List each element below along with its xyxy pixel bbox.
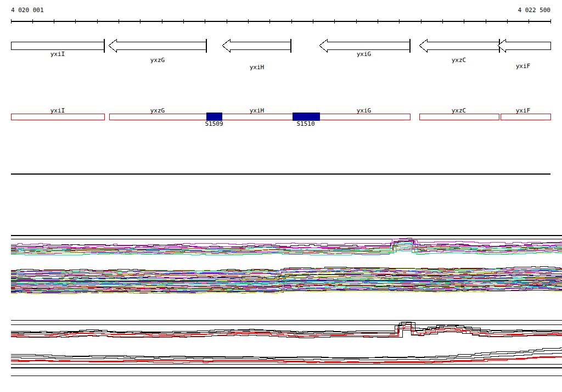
gene-label-yxzC: yxzC — [452, 57, 467, 63]
gene-label-yxiF: yxiF — [516, 63, 531, 69]
annotation-label-yxiF: yxiF — [516, 108, 531, 114]
track-boundary-bottom — [11, 365, 562, 376]
gene-box-0[interactable] — [11, 114, 104, 120]
segment-box-S1510[interactable] — [293, 113, 319, 121]
band-upper-sparse — [11, 238, 562, 255]
expression-line — [11, 348, 562, 357]
band-black-red-upper — [11, 322, 562, 338]
annotation-label-yxiI: yxiI — [50, 108, 65, 114]
genome-browser-canvas — [0, 0, 562, 392]
band-main-dense — [11, 267, 562, 294]
segment-box-S1509[interactable] — [206, 113, 222, 121]
gene-arrow-yxzG[interactable] — [109, 40, 206, 52]
gene-arrow-yxiF[interactable] — [498, 40, 550, 52]
expression-line — [11, 322, 562, 332]
segment-label-S1509: S1509 — [205, 121, 223, 127]
gene-label-yxiG: yxiG — [357, 51, 372, 57]
gene-box-1[interactable] — [109, 114, 410, 120]
annotation-label-yxzC: yxzC — [452, 108, 467, 114]
expression-line — [11, 353, 562, 360]
expression-line — [11, 324, 562, 334]
gene-box-2[interactable] — [419, 114, 499, 120]
band-black-red-lower — [11, 348, 562, 363]
gene-arrow-yxzC[interactable] — [419, 40, 499, 52]
annotation-label-yxzG: yxzG — [150, 108, 165, 114]
annotation-label-yxiH: yxiH — [250, 108, 265, 114]
track-boundary-top — [11, 236, 562, 239]
coordinate-ruler — [11, 19, 550, 24]
gene-arrow-yxiI[interactable] — [11, 42, 104, 49]
ruler-end-label: 4 022 500 — [518, 7, 550, 13]
annotation-track — [11, 113, 550, 121]
expression-tracks — [11, 236, 562, 376]
genome-browser: 4 020 001 4 022 500 yxiI yxzG yxiH yxiG … — [0, 0, 562, 392]
segment-label-S1510: S1510 — [296, 121, 314, 127]
annotation-label-yxiG: yxiG — [357, 108, 372, 114]
gene-label-yxzG: yxzG — [150, 57, 165, 63]
gene-label-yxiH: yxiH — [250, 64, 265, 70]
gene-arrow-yxiH[interactable] — [222, 40, 291, 52]
gene-label-yxiI: yxiI — [50, 51, 65, 57]
track-boundary-mid — [11, 320, 562, 324]
gene-box-3[interactable] — [501, 114, 550, 120]
expression-line — [11, 322, 562, 333]
gene-arrow-track — [11, 39, 550, 53]
ruler-start-label: 4 020 001 — [11, 7, 44, 13]
